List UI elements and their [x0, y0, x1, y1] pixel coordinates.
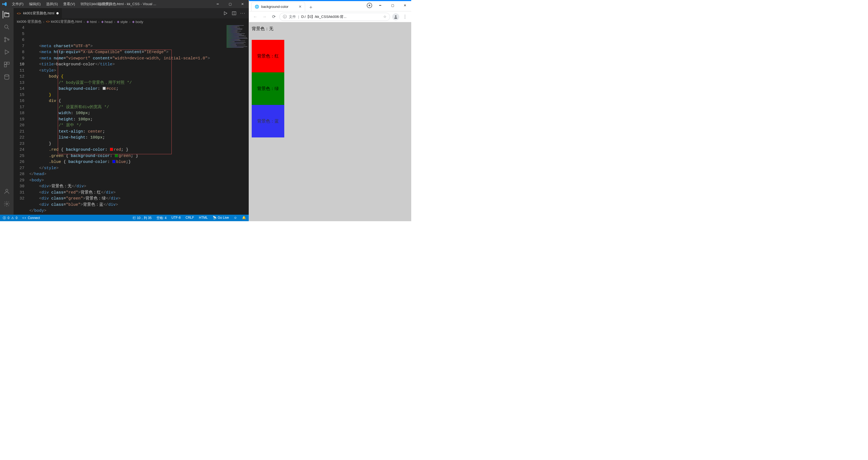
breadcrumb-segment[interactable]: ◈body [132, 20, 143, 24]
code-line[interactable]: <meta http-equiv="X-UA-Compatible" conte… [29, 50, 249, 56]
bookmark-icon[interactable]: ☆ [383, 14, 386, 19]
code-line[interactable]: } [29, 141, 249, 147]
text-none: 背景色：无 [252, 26, 408, 32]
code-line[interactable]: <div class="blue">背景色：蓝</div> [29, 202, 249, 208]
indentation[interactable]: 空格: 4 [156, 216, 166, 220]
editor-tab[interactable]: <> kk001背景颜色.html [13, 8, 62, 19]
code-editor[interactable]: 4567891011121314151617181920212223242526… [13, 25, 249, 215]
back-button[interactable]: ← [252, 14, 259, 19]
code-line[interactable]: /* body设置一个背景色，用于对照 */ [29, 80, 249, 86]
forward-button[interactable]: → [261, 14, 268, 19]
browser-maximize-button[interactable]: ▢ [386, 1, 399, 10]
feedback-icon[interactable]: ☺ [234, 216, 237, 220]
code-line[interactable]: <div>背景色：无</div> [29, 184, 249, 190]
code-line[interactable]: text-align: center; [29, 129, 249, 135]
menu-item[interactable]: 选择(S) [43, 1, 61, 8]
code-line[interactable]: .blue { background-color: blue;} [29, 159, 249, 165]
remote-status[interactable]: Connect [22, 216, 40, 220]
menu-item[interactable]: 查看(V) [61, 1, 78, 8]
svg-point-8 [6, 189, 8, 191]
cursor-position[interactable]: 行 10，列 35 [133, 216, 151, 220]
code-line[interactable]: <div class="green">背景色：绿</div> [29, 196, 249, 202]
code-line[interactable]: } [29, 92, 249, 98]
search-icon[interactable] [3, 23, 10, 31]
site-info-icon[interactable]: ⓘ [283, 14, 287, 19]
reload-button[interactable]: ⟳ [270, 14, 277, 19]
code-line[interactable]: </style> [29, 165, 249, 172]
minimize-button[interactable]: ━ [211, 0, 224, 8]
error-icon: ⓧ [3, 216, 6, 220]
svg-rect-5 [7, 62, 9, 64]
maximize-button[interactable]: ▢ [224, 0, 236, 8]
browser-menu-button[interactable]: ⋮ [401, 14, 408, 19]
code-line[interactable]: div { [29, 98, 249, 104]
code-line[interactable]: <div class="red">背景色：红</div> [29, 190, 249, 196]
code-line[interactable]: /* 设置所有div的宽高 */ [29, 104, 249, 110]
breadcrumb-segment[interactable]: <>kk001背景颜色.html [46, 19, 82, 24]
code-line[interactable]: <meta charset="UTF-8"> [29, 43, 249, 50]
vscode-titlebar[interactable]: 文件(F)编辑(E)选择(S)查看(V)转到(G)运行(R)··· kk001背… [0, 0, 249, 8]
menu-item[interactable]: 转到(G) [78, 1, 95, 8]
go-live[interactable]: 📡 Go Live [213, 216, 229, 220]
account-icon[interactable] [3, 188, 10, 195]
more-icon[interactable]: ··· [240, 11, 246, 16]
code-line[interactable]: width: 100px; [29, 110, 249, 117]
code-line[interactable]: background-color: #ccc; [29, 86, 249, 92]
source-control-icon[interactable] [3, 36, 10, 43]
dirty-indicator-icon [56, 12, 59, 14]
split-editor-icon[interactable] [231, 11, 237, 16]
notifications-icon[interactable]: 🔔 [242, 216, 246, 220]
browser-tab[interactable]: 🌐 background-color ✕ [251, 2, 305, 11]
media-control-icon[interactable] [367, 3, 372, 8]
code-line[interactable]: <body> [29, 177, 249, 184]
breadcrumb-segment[interactable]: kk006-背景颜色 [17, 19, 41, 24]
minimap[interactable] [224, 25, 249, 215]
code-line[interactable]: </html> [29, 214, 249, 215]
code-line[interactable]: .green { background-color: green; } [29, 153, 249, 159]
eol[interactable]: CRLF [186, 216, 194, 220]
code-line[interactable]: <style> [29, 68, 249, 74]
symbol-icon: ◈ [132, 20, 134, 24]
menu-item[interactable]: 运行(R) [95, 1, 113, 8]
tab-close-icon[interactable]: ✕ [299, 5, 302, 9]
code-line[interactable]: height: 100px; [29, 117, 249, 123]
database-icon[interactable] [3, 73, 10, 81]
breadcrumb[interactable]: kk006-背景颜色›<>kk001背景颜色.html›◈html›◈head›… [13, 19, 249, 25]
menu-item[interactable]: 文件(F) [9, 1, 26, 8]
menu-item[interactable]: 编辑(E) [26, 1, 43, 8]
explorer-icon[interactable] [3, 11, 10, 19]
breadcrumb-segment[interactable]: ◈style [117, 20, 128, 24]
language-mode[interactable]: HTML [199, 216, 208, 220]
settings-icon[interactable] [3, 200, 10, 208]
extensions-icon[interactable] [3, 61, 10, 68]
broadcast-icon: 📡 [213, 216, 217, 220]
profile-avatar[interactable] [392, 13, 399, 20]
url-scheme-label: 文件 [289, 14, 296, 19]
browser-minimize-button[interactable]: ━ [374, 1, 386, 10]
code-line[interactable]: line-height: 100px; [29, 135, 249, 141]
menu-item[interactable]: ··· [113, 1, 121, 8]
run-icon[interactable] [223, 11, 228, 16]
new-tab-button[interactable]: ＋ [307, 3, 315, 11]
code-line[interactable]: .red { background-color: red; } [29, 147, 249, 153]
box-blue: 背景色：蓝 [252, 105, 284, 137]
tabs-row: <> kk001背景颜色.html ··· [13, 8, 249, 19]
breadcrumb-segment[interactable]: ◈html [87, 20, 97, 24]
close-button[interactable]: ✕ [236, 0, 249, 8]
browser-tabstrip: 🌐 background-color ✕ ＋ ━ ▢ ✕ [249, 1, 411, 11]
browser-close-button[interactable]: ✕ [399, 1, 411, 10]
code-line[interactable]: body { [29, 74, 249, 80]
code-line[interactable]: <title>background-color</title> [29, 62, 249, 68]
globe-icon: 🌐 [255, 5, 259, 9]
encoding[interactable]: UTF-8 [172, 216, 181, 220]
address-bar[interactable]: ⓘ 文件 | D:/【0】/kk_CSS/kk006-背... ☆ [279, 13, 390, 21]
code-line[interactable]: </head> [29, 171, 249, 177]
code-line[interactable]: /* 居中 */ [29, 123, 249, 129]
rendered-page: 背景色：无 背景色：红 背景色：绿 背景色：蓝 [249, 22, 411, 221]
svg-rect-6 [4, 65, 6, 67]
code-line[interactable]: <meta name="viewport" content="width=dev… [29, 56, 249, 62]
run-debug-icon[interactable] [3, 48, 10, 56]
code-line[interactable]: </body> [29, 208, 249, 214]
problems-status[interactable]: ⓧ0 ⚠0 [3, 216, 18, 220]
breadcrumb-segment[interactable]: ◈head [101, 20, 113, 24]
